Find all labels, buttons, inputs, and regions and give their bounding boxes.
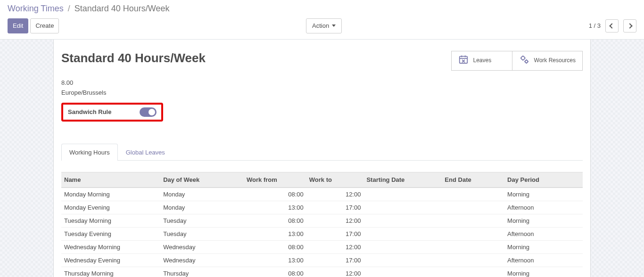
cell-day: Wednesday xyxy=(160,240,244,253)
cell-name: Tuesday Evening xyxy=(61,227,160,240)
cell-end xyxy=(442,240,504,253)
record-info-block: 8.00 Europe/Brussels Sandwich Rule xyxy=(61,79,583,124)
col-header-work-to[interactable]: Work to xyxy=(306,172,364,187)
cell-to: 17:00 xyxy=(306,227,364,240)
chevron-right-icon xyxy=(627,23,632,28)
toggle-knob-icon xyxy=(149,109,155,115)
action-dropdown-button[interactable]: Action xyxy=(306,18,342,33)
hours-value: 8.00 xyxy=(61,79,583,86)
leaves-button-label: Leaves xyxy=(473,57,492,64)
cell-start xyxy=(363,240,442,253)
col-header-name[interactable]: Name xyxy=(61,172,160,187)
cell-period: Morning xyxy=(504,214,583,227)
cell-to: 12:00 xyxy=(306,187,364,201)
cell-day: Wednesday xyxy=(160,253,244,267)
pager-text[interactable]: 1 / 3 xyxy=(589,22,601,29)
breadcrumb: Working Times / Standard 40 Hours/Week xyxy=(8,0,636,16)
cell-from: 13:00 xyxy=(244,227,306,240)
caret-down-icon xyxy=(332,24,336,27)
cell-from: 08:00 xyxy=(244,240,306,253)
cell-from: 13:00 xyxy=(244,201,306,214)
cell-to: 12:00 xyxy=(306,267,364,277)
table-row[interactable]: Thursday MorningThursday08:0012:00Mornin… xyxy=(61,267,583,277)
svg-point-7 xyxy=(525,60,528,63)
svg-rect-0 xyxy=(459,57,467,64)
cell-end xyxy=(442,227,504,240)
cell-day: Thursday xyxy=(160,267,244,277)
col-header-work-from[interactable]: Work from xyxy=(244,172,306,187)
table-row[interactable]: Wednesday EveningWednesday13:0017:00Afte… xyxy=(61,253,583,267)
breadcrumb-root-link[interactable]: Working Times xyxy=(8,4,64,13)
toolbar: Edit Create Action 1 / 3 xyxy=(8,16,636,39)
cell-start xyxy=(363,267,442,277)
breadcrumb-separator: / xyxy=(68,4,70,13)
main-content-scroll[interactable]: Standard 40 Hours/Week Leaves xyxy=(0,40,644,277)
col-header-day-of-week[interactable]: Day of Week xyxy=(160,172,244,187)
cell-start xyxy=(363,201,442,214)
tab-global-leaves[interactable]: Global Leaves xyxy=(118,144,173,161)
sandwich-rule-toggle[interactable] xyxy=(140,107,157,117)
table-header-row: Name Day of Week Work from Work to Start… xyxy=(61,172,583,187)
breadcrumb-current: Standard 40 Hours/Week xyxy=(74,4,170,13)
cell-start xyxy=(363,187,442,201)
cell-name: Wednesday Evening xyxy=(61,253,160,267)
chevron-left-icon xyxy=(609,23,614,28)
control-panel: Working Times / Standard 40 Hours/Week E… xyxy=(0,0,644,40)
edit-button[interactable]: Edit xyxy=(8,18,28,33)
work-resources-button[interactable]: Work Resources xyxy=(512,51,583,71)
cell-day: Tuesday xyxy=(160,227,244,240)
cell-start xyxy=(363,253,442,267)
cell-to: 12:00 xyxy=(306,240,364,253)
table-row[interactable]: Monday EveningMonday13:0017:00Afternoon xyxy=(61,201,583,214)
leaves-button[interactable]: Leaves xyxy=(451,51,512,71)
svg-point-6 xyxy=(521,57,524,60)
working-hours-table: Name Day of Week Work from Work to Start… xyxy=(61,172,583,277)
create-button[interactable]: Create xyxy=(30,18,59,33)
cell-name: Wednesday Morning xyxy=(61,240,160,253)
cell-to: 17:00 xyxy=(306,201,364,214)
pager-prev-button[interactable] xyxy=(605,19,619,33)
cell-end xyxy=(442,214,504,227)
cell-period: Morning xyxy=(504,187,583,201)
cell-from: 08:00 xyxy=(244,267,306,277)
cell-day: Monday xyxy=(160,201,244,214)
sandwich-rule-highlight: Sandwich Rule xyxy=(61,103,163,122)
cell-period: Afternoon xyxy=(504,253,583,267)
cell-end xyxy=(442,253,504,267)
cell-period: Morning xyxy=(504,267,583,277)
cell-name: Tuesday Morning xyxy=(61,214,160,227)
table-row[interactable]: Tuesday MorningTuesday08:0012:00Morning xyxy=(61,214,583,227)
action-dropdown-label: Action xyxy=(312,21,329,31)
calendar-x-icon xyxy=(458,54,469,67)
col-header-day-period[interactable]: Day Period xyxy=(504,172,583,187)
cell-from: 08:00 xyxy=(244,187,306,201)
cell-period: Afternoon xyxy=(504,201,583,214)
timezone-value: Europe/Brussels xyxy=(61,89,583,96)
cell-from: 13:00 xyxy=(244,253,306,267)
cell-end xyxy=(442,187,504,201)
table-row[interactable]: Tuesday EveningTuesday13:0017:00Afternoo… xyxy=(61,227,583,240)
cell-to: 17:00 xyxy=(306,253,364,267)
cell-period: Morning xyxy=(504,240,583,253)
cell-to: 12:00 xyxy=(306,214,364,227)
col-header-starting-date[interactable]: Starting Date xyxy=(363,172,442,187)
cell-end xyxy=(442,201,504,214)
cell-from: 08:00 xyxy=(244,214,306,227)
pager: 1 / 3 xyxy=(589,19,636,33)
table-row[interactable]: Monday MorningMonday08:0012:00Morning xyxy=(61,187,583,201)
cell-name: Thursday Morning xyxy=(61,267,160,277)
cell-name: Monday Evening xyxy=(61,201,160,214)
cell-day: Monday xyxy=(160,187,244,201)
cell-period: Afternoon xyxy=(504,227,583,240)
tab-working-hours[interactable]: Working Hours xyxy=(61,144,118,161)
form-sheet: Standard 40 Hours/Week Leaves xyxy=(53,40,591,277)
cogs-icon xyxy=(519,54,529,67)
cell-end xyxy=(442,267,504,277)
table-row[interactable]: Wednesday MorningWednesday08:0012:00Morn… xyxy=(61,240,583,253)
sandwich-rule-label: Sandwich Rule xyxy=(68,108,111,115)
col-header-end-date[interactable]: End Date xyxy=(442,172,504,187)
page-title: Standard 40 Hours/Week xyxy=(61,51,206,65)
pager-next-button[interactable] xyxy=(623,19,636,33)
tabs: Working Hours Global Leaves xyxy=(61,143,583,161)
cell-day: Tuesday xyxy=(160,214,244,227)
